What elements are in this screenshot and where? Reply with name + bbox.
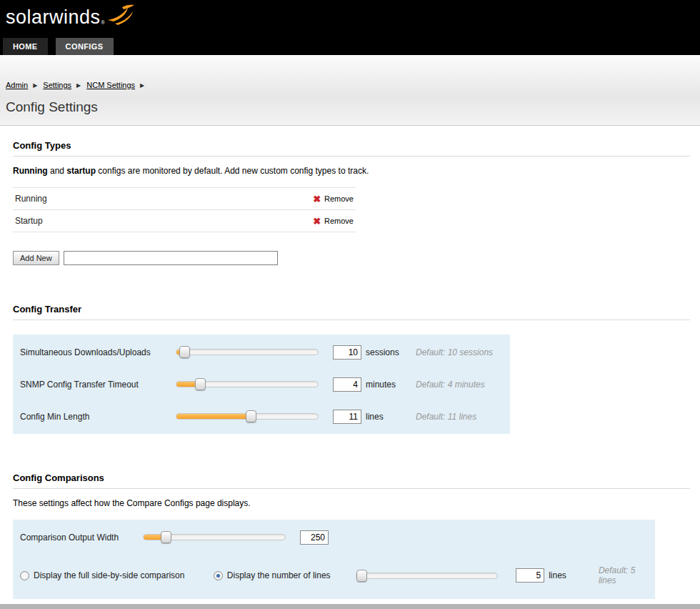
breadcrumb: Admin ▶ Settings ▶ NCM Settings ▶ [6, 81, 700, 89]
breadcrumb-ncm-settings[interactable]: NCM Settings [86, 81, 135, 89]
table-row: Running ✖ Remove [13, 187, 356, 210]
section-config-types: Config Types Running and startup configs… [13, 126, 690, 265]
unit-label: lines [366, 412, 409, 422]
unit-label: lines [549, 570, 591, 580]
default-value-label: Default: 5 lines [599, 565, 655, 585]
radio-button-icon[interactable] [214, 571, 223, 580]
tab-configs[interactable]: CONFIGS [56, 38, 114, 55]
tab-home[interactable]: HOME [3, 38, 48, 55]
breadcrumb-arrow-icon: ▶ [33, 82, 37, 89]
config-types-description: Running and startup configs are monitore… [13, 166, 690, 176]
slider-fill [176, 414, 251, 419]
unit-label: minutes [366, 380, 409, 390]
remove-label: Remove [324, 194, 354, 203]
breadcrumb-admin[interactable]: Admin [6, 81, 28, 89]
logo-registered-mark: ® [101, 20, 105, 25]
unit-label: sessions [366, 347, 409, 357]
default-value-label: Default: 4 minutes [416, 380, 485, 390]
config-comparisons-heading: Config Comparisons [13, 458, 690, 489]
transfer-row-min-length: Config Min Length lines Default: 11 line… [13, 400, 510, 432]
solarwinds-flame-icon [106, 3, 135, 29]
logo-text: solarwinds [6, 6, 101, 29]
row-label: Simultaneous Downloads/Uploads [20, 347, 176, 357]
page-title: Config Settings [6, 99, 700, 115]
breadcrumb-arrow-icon: ▶ [76, 82, 81, 89]
transfer-row-downloads: Simultaneous Downloads/Uploads sessions … [13, 336, 510, 368]
remove-x-icon: ✖ [313, 194, 321, 204]
remove-x-icon: ✖ [313, 217, 321, 226]
default-value-label: Default: 10 sessions [416, 347, 493, 357]
desc-bold-startup: startup [66, 166, 96, 176]
main-nav-tabs: HOME CONFIGS [3, 38, 114, 55]
slider-handle[interactable] [195, 378, 206, 390]
radio-label: Display the number of lines [227, 570, 331, 580]
config-transfer-panel: Simultaneous Downloads/Uploads sessions … [13, 335, 510, 434]
min-length-value-input[interactable] [333, 410, 361, 424]
breadcrumb-arrow-icon: ▶ [140, 82, 144, 89]
desc-rest: configs are monitored by default. Add ne… [96, 166, 369, 176]
slider-handle[interactable] [356, 570, 367, 582]
remove-running-button[interactable]: ✖ Remove [313, 194, 354, 204]
comparison-width-row: Comparison Output Width [13, 521, 655, 553]
row-label: Config Min Length [20, 412, 176, 422]
config-comparisons-description: These settings affect how the Compare Co… [13, 498, 690, 508]
row-label: Comparison Output Width [20, 533, 143, 543]
snmp-timeout-value-input[interactable] [333, 377, 361, 392]
radio-option-number-of-lines[interactable]: Display the number of lines [214, 570, 356, 580]
config-types-heading: Config Types [13, 126, 690, 157]
downloads-slider[interactable] [176, 349, 319, 355]
output-width-value-input[interactable] [300, 530, 329, 545]
top-bar: solarwinds ® HOME CONFIGS [0, 0, 700, 55]
config-types-table: Running ✖ Remove Startup ✖ Remove [13, 187, 356, 232]
bottom-gray-bar [0, 604, 700, 609]
table-row: Startup ✖ Remove [13, 210, 356, 232]
remove-label: Remove [324, 217, 354, 225]
solarwinds-logo: solarwinds ® [0, 0, 700, 29]
transfer-row-snmp-timeout: SNMP Config Transfer Timeout minutes Def… [13, 368, 510, 400]
section-config-transfer: Config Transfer Simultaneous Downloads/U… [13, 289, 690, 434]
config-type-name: Running [15, 194, 47, 204]
desc-bold-running: Running [13, 166, 48, 176]
main-content: Config Types Running and startup configs… [0, 126, 700, 599]
radio-button-icon[interactable] [20, 571, 29, 580]
section-config-comparisons: Config Comparisons These settings affect… [13, 458, 690, 599]
slider-handle[interactable] [179, 346, 190, 358]
config-transfer-heading: Config Transfer [13, 289, 690, 320]
slider-handle[interactable] [161, 531, 171, 543]
output-width-slider[interactable] [143, 534, 286, 540]
config-type-name: Startup [15, 216, 43, 226]
add-new-row: Add New [13, 251, 690, 265]
downloads-value-input[interactable] [333, 345, 361, 360]
display-mode-row: Display the full side-by-side comparison… [13, 553, 655, 598]
remove-startup-button[interactable]: ✖ Remove [313, 217, 354, 226]
number-of-lines-slider[interactable] [356, 573, 498, 579]
sub-header: Admin ▶ Settings ▶ NCM Settings ▶ Config… [0, 55, 700, 126]
config-comparisons-panel: Comparison Output Width Display the full… [13, 520, 655, 599]
radio-label: Display the full side-by-side comparison [34, 570, 184, 580]
number-of-lines-value-input[interactable] [516, 568, 544, 583]
default-value-label: Default: 11 lines [416, 412, 476, 422]
new-config-type-input[interactable] [64, 251, 278, 265]
min-length-slider[interactable] [176, 413, 319, 420]
row-label: SNMP Config Transfer Timeout [20, 380, 176, 390]
radio-option-full-comparison[interactable]: Display the full side-by-side comparison [20, 570, 214, 580]
snmp-timeout-slider[interactable] [176, 381, 319, 387]
desc-mid: and [48, 166, 67, 176]
slider-handle[interactable] [246, 410, 256, 422]
add-new-button[interactable]: Add New [13, 251, 59, 265]
breadcrumb-settings[interactable]: Settings [43, 81, 71, 89]
